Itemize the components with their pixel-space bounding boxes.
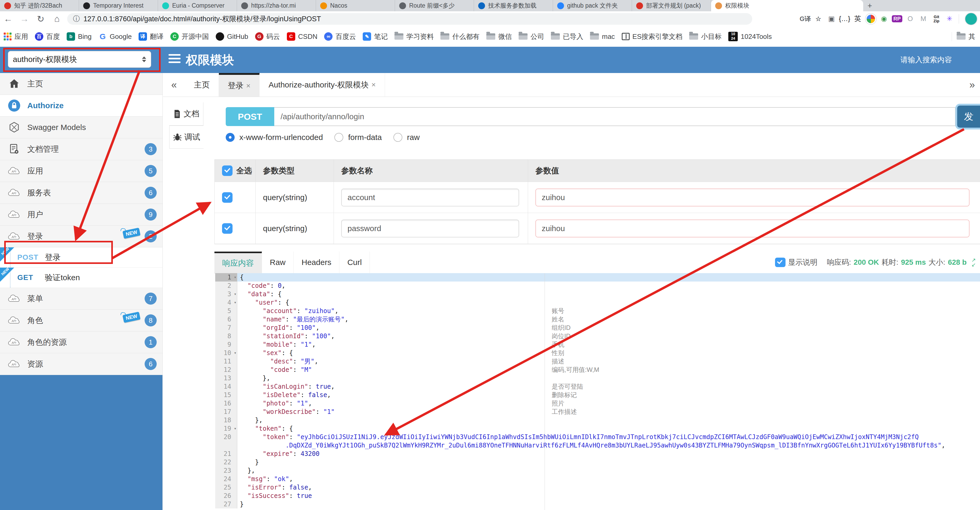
line-number[interactable]: 20 (215, 433, 237, 441)
rail-tab-doc[interactable]: 文档 (169, 102, 204, 126)
bookmark-item[interactable]: ES搜索引擎文档 (622, 32, 682, 41)
collapse-tabs-icon[interactable]: « (163, 73, 185, 97)
send-button[interactable]: 发 (957, 105, 980, 128)
browser-tab[interactable]: Euria - Compserver (158, 0, 237, 11)
param-value-input[interactable]: zuihou (535, 188, 969, 206)
response-tab[interactable]: Curl (339, 252, 370, 273)
line-number[interactable]: 11 (215, 357, 237, 365)
bookmark-item[interactable]: 公司 (519, 32, 544, 41)
sidebar-item[interactable]: API 应用5 (0, 160, 162, 182)
browser-tab[interactable]: 部署文件规划 (pack) (632, 0, 711, 11)
line-number[interactable]: 13 (215, 374, 237, 382)
sidebar-item[interactable]: API 服务表6 (0, 182, 162, 204)
sidebar-endpoint-get[interactable]: NEWGET 验证token (0, 268, 162, 288)
request-url-input[interactable]: /api/authority/anno/login (274, 107, 956, 126)
address-bar[interactable]: ⓘ 127.0.0.1:8760/api/gate/doc.html#/auth… (67, 13, 752, 25)
site-info-icon[interactable]: ⓘ (73, 14, 80, 23)
line-number[interactable]: 2 (215, 282, 237, 290)
reload-icon[interactable]: ↻ (33, 14, 49, 24)
bookmark-item[interactable]: 学习资料 (395, 32, 434, 41)
param-checkbox[interactable] (222, 192, 232, 203)
bookmark-item[interactable]: 译翻译 (138, 32, 164, 41)
body-type-radio[interactable] (334, 133, 343, 142)
close-tab-icon[interactable]: × (246, 82, 250, 90)
sidebar-item[interactable]: API 用户9 (0, 204, 162, 226)
sidebar-item[interactable]: Authorize (0, 95, 162, 116)
bookmark-item[interactable]: C开源中国 (170, 32, 209, 41)
line-number[interactable]: 22 (215, 458, 237, 466)
chrome-ball-ext-icon[interactable] (865, 13, 877, 25)
doc-tab[interactable]: 登录× (219, 73, 259, 97)
json-braces-ext-icon[interactable]: {…} (838, 13, 851, 25)
show-desc-checkbox[interactable] (775, 258, 786, 267)
bookmark-item[interactable]: G码云 (255, 32, 280, 41)
line-number[interactable]: 5 (215, 307, 237, 315)
back-icon[interactable]: ← (0, 14, 16, 24)
response-tab[interactable]: 响应内容 (215, 252, 262, 273)
rp-ext-icon[interactable]: RP (891, 13, 903, 25)
body-type-radio[interactable] (226, 133, 235, 142)
browser-tab[interactable]: Route 前缀<多少 (395, 0, 474, 11)
response-tab[interactable]: Raw (262, 252, 294, 273)
expand-icon[interactable]: ↗↙ (971, 258, 976, 267)
line-number[interactable]: 12 (215, 365, 237, 374)
bookmark-item[interactable]: 10241024Tools (728, 32, 772, 41)
line-number[interactable]: 6 (215, 315, 237, 324)
line-number[interactable]: 21 (215, 449, 237, 458)
bookmark-item[interactable]: 微信 (486, 32, 512, 41)
browser-tab[interactable]: Temporary Interest (79, 0, 158, 11)
sidebar-item[interactable]: 主页 (0, 73, 162, 95)
body-type-radio[interactable] (393, 133, 402, 142)
bookmark-item[interactable]: ✎笔记 (363, 32, 388, 41)
sidebar-item[interactable]: Swagger Models (0, 116, 162, 139)
bookmark-item[interactable]: mac (590, 33, 615, 41)
forward-icon[interactable]: → (16, 14, 33, 24)
rail-tab-debug[interactable]: 调试 (169, 126, 204, 149)
home-icon[interactable]: ⌂ (49, 14, 65, 24)
browser-tab[interactable]: 权限模块 (711, 0, 863, 11)
line-number[interactable]: 19▾ (215, 424, 237, 433)
line-number[interactable]: 1▾ (215, 273, 237, 282)
o-ext-icon[interactable]: O (904, 13, 916, 25)
close-tab-icon[interactable]: × (371, 81, 375, 89)
bookmark-item[interactable]: bBing (67, 32, 92, 41)
asterisk-ext-icon[interactable]: ✳ (943, 13, 956, 25)
line-number[interactable]: 27 (215, 500, 237, 508)
gitzip-ext-icon[interactable]: GitZip (931, 13, 942, 25)
menu-icon[interactable] (169, 54, 181, 63)
line-number[interactable]: 25 (215, 483, 237, 492)
doc-tab[interactable]: Authorize-authority-权限模块× (259, 73, 385, 97)
translate-icon[interactable]: G译 (799, 13, 811, 25)
browser-tab[interactable]: 技术服务参数加载 (474, 0, 553, 11)
line-number[interactable]: 15 (215, 391, 237, 399)
line-number[interactable]: 3▾ (215, 290, 237, 298)
bookmark-item[interactable]: CCSDN (287, 32, 318, 41)
bookmark-star-icon[interactable]: ☆ (812, 13, 824, 25)
sidebar-item[interactable]: API 角色NEW8 (0, 310, 162, 332)
bookmarks-overflow-folder[interactable]: 其 (951, 32, 980, 41)
sidebar-item[interactable]: API 菜单7 (0, 288, 162, 310)
globe-ext-icon[interactable]: ◉ (878, 13, 890, 25)
param-value-input[interactable]: zuihou (535, 220, 969, 237)
line-number[interactable]: 24 (215, 475, 237, 483)
sidebar-item[interactable]: API 资源6 (0, 353, 162, 375)
new-tab-button[interactable]: + (863, 0, 876, 11)
frame-ext-icon[interactable]: ▣ (826, 13, 837, 25)
line-number[interactable] (215, 441, 237, 449)
browser-tab[interactable]: Nacos (316, 0, 395, 11)
param-name-input[interactable]: account (341, 188, 519, 206)
line-number[interactable]: 4▾ (215, 298, 237, 307)
m-chevron-ext-icon[interactable]: M (917, 13, 929, 25)
line-number[interactable]: 10▾ (215, 349, 237, 357)
browser-tab[interactable]: https://zha-tor.mi (237, 0, 316, 11)
line-number[interactable]: 9 (215, 340, 237, 349)
param-checkbox[interactable] (222, 223, 232, 234)
response-tab[interactable]: Headers (294, 252, 339, 273)
doc-tab[interactable]: 主页 (185, 73, 219, 97)
browser-tab[interactable]: github pack 文件夹 (553, 0, 632, 11)
profile-avatar[interactable] (965, 13, 977, 25)
overflow-tabs-icon[interactable]: » (964, 73, 980, 97)
bookmark-item[interactable]: 什么都有 (441, 32, 479, 41)
sidebar-item[interactable]: API 角色的资源1 (0, 332, 162, 353)
search-input[interactable]: 请输入搜索内容 (900, 47, 952, 73)
